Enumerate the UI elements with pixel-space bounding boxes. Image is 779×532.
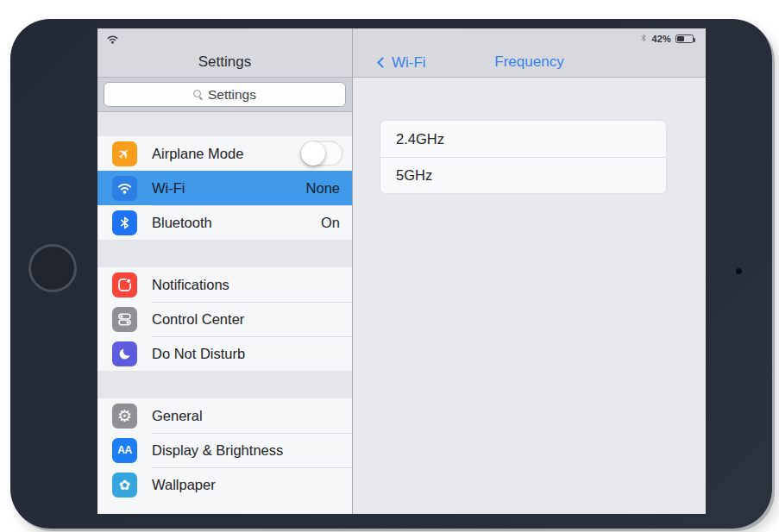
battery-percent: 42% [651,34,671,44]
pane-title: Frequency [494,53,563,71]
moon-icon [112,341,137,366]
gear-icon [112,404,137,429]
status-bar: 42% [97,28,706,47]
option-5ghz[interactable]: 5GHz [380,157,666,193]
sidebar-item-notifications[interactable]: Notifications [97,267,352,302]
control-center-icon [112,307,137,332]
pane-divider [352,28,353,514]
detail-navbar: Wi-Fi Frequency [353,47,706,78]
sidebar-item-display-brightness[interactable]: AA Display & Brightness [97,433,352,467]
option-label: 2.4GHz [396,131,444,147]
back-label: Wi-Fi [392,54,426,72]
item-label: Bluetooth [152,215,321,231]
back-button[interactable]: Wi-Fi [378,47,426,78]
search-input[interactable]: Settings [104,82,346,107]
camera-icon [736,268,742,274]
item-label: Notifications [152,277,352,293]
search-value: Settings [208,87,256,103]
bluetooth-status-icon [640,31,647,47]
airplane-mode-toggle[interactable] [300,141,343,166]
chevron-left-icon [377,57,388,68]
page: 42% Settings Settings [0,0,779,532]
home-button[interactable] [28,244,77,292]
sidebar-item-general[interactable]: General [97,398,352,433]
ipad-device-frame: 42% Settings Settings [10,19,772,529]
sidebar-item-bluetooth[interactable]: Bluetooth On [97,205,352,240]
search-icon [193,90,203,99]
sidebar-navbar: Settings [97,47,352,78]
display-brightness-icon: AA [112,438,137,463]
toggle-knob [301,141,325,166]
sidebar-item-control-center[interactable]: Control Center [97,302,352,336]
item-label: Do Not Disturb [152,346,352,362]
wifi-value: None [306,180,340,197]
battery-icon [675,34,694,43]
frequency-pane: Wi-Fi Frequency 2.4GHz 5GHz [353,47,706,514]
option-label: 5GHz [396,167,432,184]
search-band: Settings [97,78,352,112]
bluetooth-value: On [321,215,340,231]
settings-group-radios: Airplane Mode Wi-Fi None [97,136,352,240]
item-label: Wallpaper [152,477,352,493]
item-label: Wi-Fi [152,180,306,197]
airplane-icon [112,141,137,166]
sidebar-item-wifi[interactable]: Wi-Fi None [97,171,352,205]
sidebar-title: Settings [198,53,251,71]
wallpaper-icon [112,473,137,498]
wifi-status-icon [106,32,119,47]
list-tail [97,502,352,514]
item-label: Display & Brightness [152,442,352,459]
settings-group-notifications: Notifications Control Center [97,267,352,371]
frequency-options: 2.4GHz 5GHz [380,121,666,193]
item-label: Airplane Mode [152,146,300,162]
sidebar: Settings Settings Airplane Mode [97,47,352,514]
sidebar-item-do-not-disturb[interactable]: Do Not Disturb [97,336,352,371]
item-label: General [152,408,352,424]
wifi-icon [112,176,137,201]
sidebar-item-airplane-mode[interactable]: Airplane Mode [97,136,352,171]
screen: 42% Settings Settings [97,28,706,514]
bluetooth-icon [112,210,137,235]
notifications-icon [112,272,137,297]
option-2-4ghz[interactable]: 2.4GHz [380,121,666,157]
item-label: Control Center [152,311,352,328]
settings-group-general: General AA Display & Brightness Wallpape… [97,398,352,502]
sidebar-item-wallpaper[interactable]: Wallpaper [97,467,352,502]
